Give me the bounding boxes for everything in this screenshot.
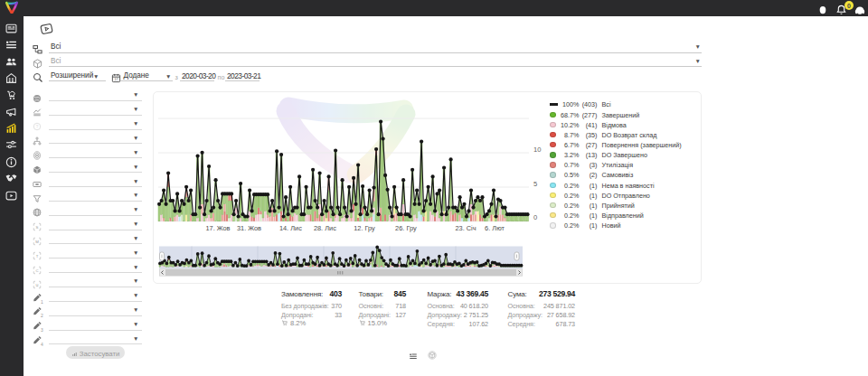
svg-text:5: 5 xyxy=(533,180,537,188)
svg-text:26. Гру: 26. Гру xyxy=(395,224,417,232)
svg-text:10: 10 xyxy=(533,146,541,154)
svg-text:0: 0 xyxy=(533,213,537,221)
svg-text:23. Січ: 23. Січ xyxy=(455,224,476,232)
svg-text:28. Лис: 28. Лис xyxy=(314,224,336,232)
svg-text:6. Лют: 6. Лют xyxy=(485,224,505,232)
svg-text:17. Жов: 17. Жов xyxy=(205,224,230,232)
svg-text:31. Жов: 31. Жов xyxy=(237,224,261,232)
svg-text:12. Гру: 12. Гру xyxy=(354,224,375,232)
svg-text:14. Лис: 14. Лис xyxy=(279,224,302,232)
